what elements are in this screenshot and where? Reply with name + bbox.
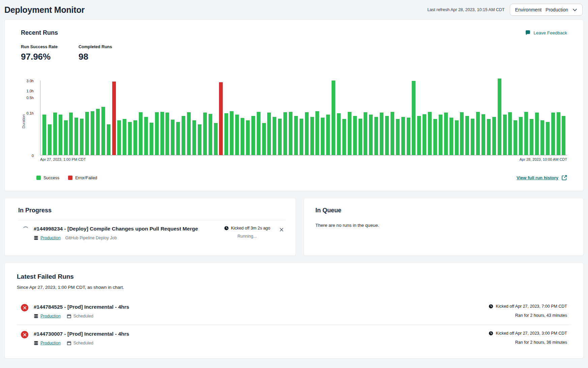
chart-bar-success[interactable]	[444, 113, 448, 155]
chart-bar-success[interactable]	[326, 115, 330, 155]
chart-bar-success[interactable]	[546, 122, 550, 155]
chart-bar-success[interactable]	[471, 119, 474, 155]
chart-bar-success[interactable]	[332, 81, 335, 155]
chart-bar-success[interactable]	[165, 113, 169, 155]
cancel-run-button[interactable]	[278, 226, 285, 233]
chart-bar-success[interactable]	[74, 118, 78, 155]
environment-select[interactable]: Environment Production	[510, 4, 583, 16]
chart-bar-success[interactable]	[551, 113, 555, 155]
chart-bar-success[interactable]	[407, 118, 410, 155]
chart-bar-success[interactable]	[267, 113, 271, 155]
chart-bar-failed[interactable]	[112, 82, 116, 155]
chart-bar-success[interactable]	[96, 109, 100, 155]
chart-bar-success[interactable]	[337, 113, 341, 155]
chart-bar-success[interactable]	[209, 114, 212, 155]
chart-bar-success[interactable]	[64, 120, 68, 155]
chart-bar-success[interactable]	[428, 112, 432, 155]
chart-bar-success[interactable]	[123, 119, 126, 155]
chart-bar-success[interactable]	[42, 115, 46, 155]
chart-bar-success[interactable]	[257, 112, 260, 155]
chart-bar-success[interactable]	[150, 123, 153, 155]
chart-bar-success[interactable]	[514, 120, 517, 155]
view-full-run-history-link[interactable]: View full run history	[517, 175, 567, 181]
chart-bar-success[interactable]	[278, 119, 282, 155]
chart-bar-success[interactable]	[380, 113, 383, 155]
chart-bar-success[interactable]	[519, 117, 523, 155]
chart-bar-success[interactable]	[300, 119, 303, 155]
chart-bar-success[interactable]	[171, 120, 175, 155]
chart-bar-success[interactable]	[359, 119, 362, 155]
chart-bar-success[interactable]	[460, 112, 464, 155]
environment-link[interactable]: Production	[40, 314, 61, 318]
chart-bar-success[interactable]	[465, 116, 469, 155]
chart-bar-success[interactable]	[235, 115, 239, 155]
chart-bar-success[interactable]	[535, 113, 539, 155]
chart-bar-success[interactable]	[241, 118, 244, 155]
chart-bar-success[interactable]	[144, 117, 148, 155]
chart-bar-success[interactable]	[342, 119, 346, 155]
chart-bar-success[interactable]	[80, 119, 84, 155]
chart-bar-success[interactable]	[385, 116, 389, 155]
chart-bar-success[interactable]	[283, 112, 287, 155]
chart-bar-success[interactable]	[476, 112, 480, 155]
chart-bar-success[interactable]	[508, 112, 512, 155]
chart-bar-success[interactable]	[230, 111, 234, 155]
chart-bar-success[interactable]	[214, 123, 218, 155]
chart-bar-success[interactable]	[487, 119, 491, 155]
chart-bar-success[interactable]	[289, 112, 292, 155]
chart-bar-success[interactable]	[540, 120, 544, 155]
chart-bar-success[interactable]	[433, 119, 437, 155]
environment-link[interactable]: Production	[40, 341, 61, 345]
chart-bar-success[interactable]	[310, 117, 314, 155]
chart-bar-success[interactable]	[374, 117, 378, 155]
chart-bar-success[interactable]	[59, 115, 62, 155]
chart-bar-success[interactable]	[128, 122, 132, 155]
chart-bar-success[interactable]	[155, 112, 159, 155]
chart-bar-success[interactable]	[203, 113, 207, 155]
chart-bar-success[interactable]	[315, 111, 319, 155]
chart-bar-success[interactable]	[262, 123, 266, 155]
chart-bar-success[interactable]	[455, 120, 459, 155]
chart-bar-success[interactable]	[198, 124, 202, 155]
chart-bar-success[interactable]	[69, 113, 73, 155]
chart-bar-success[interactable]	[503, 115, 507, 155]
chart-bar-success[interactable]	[246, 120, 250, 155]
chart-bar-success[interactable]	[160, 112, 164, 155]
chart-bar-success[interactable]	[396, 119, 400, 155]
chart-bar-success[interactable]	[369, 115, 373, 155]
chart-bar-success[interactable]	[187, 112, 191, 155]
chart-bar-success[interactable]	[101, 107, 105, 155]
chart-bar-success[interactable]	[450, 118, 453, 155]
chart-bar-success[interactable]	[391, 112, 394, 155]
chart-bar-success[interactable]	[192, 120, 196, 155]
chart-bar-success[interactable]	[498, 79, 501, 155]
chart-bar-success[interactable]	[482, 114, 485, 155]
chart-bar-success[interactable]	[417, 116, 421, 155]
chart-bar-success[interactable]	[364, 112, 367, 155]
chart-bar-success[interactable]	[294, 116, 298, 155]
chart-bar-success[interactable]	[423, 114, 426, 155]
chart-bar-success[interactable]	[524, 112, 528, 155]
chart-bar-success[interactable]	[562, 116, 565, 155]
chart-bar-success[interactable]	[305, 112, 309, 155]
chart-bar-success[interactable]	[348, 112, 351, 155]
chart-bar-success[interactable]	[273, 117, 276, 155]
chart-bar-success[interactable]	[224, 113, 228, 155]
chart-bar-success[interactable]	[353, 116, 357, 155]
chart-bar-success[interactable]	[176, 122, 180, 155]
chart-bar-success[interactable]	[439, 115, 442, 155]
chart-bar-success[interactable]	[107, 124, 111, 155]
chart-bar-success[interactable]	[557, 112, 560, 155]
chart-bar-success[interactable]	[251, 116, 255, 155]
chart-bar-failed[interactable]	[219, 82, 223, 155]
chart-bar-success[interactable]	[85, 112, 89, 155]
chart-bar-success[interactable]	[321, 118, 324, 155]
chart-bar-success[interactable]	[48, 124, 52, 155]
chart-bar-success[interactable]	[401, 117, 405, 155]
chart-bar-success[interactable]	[412, 81, 415, 155]
chart-bar-success[interactable]	[530, 119, 533, 155]
environment-link[interactable]: Production	[40, 236, 61, 240]
chart-bar-success[interactable]	[133, 120, 137, 155]
chart-bar-success[interactable]	[139, 112, 143, 155]
leave-feedback-link[interactable]: Leave Feedback	[525, 30, 567, 36]
